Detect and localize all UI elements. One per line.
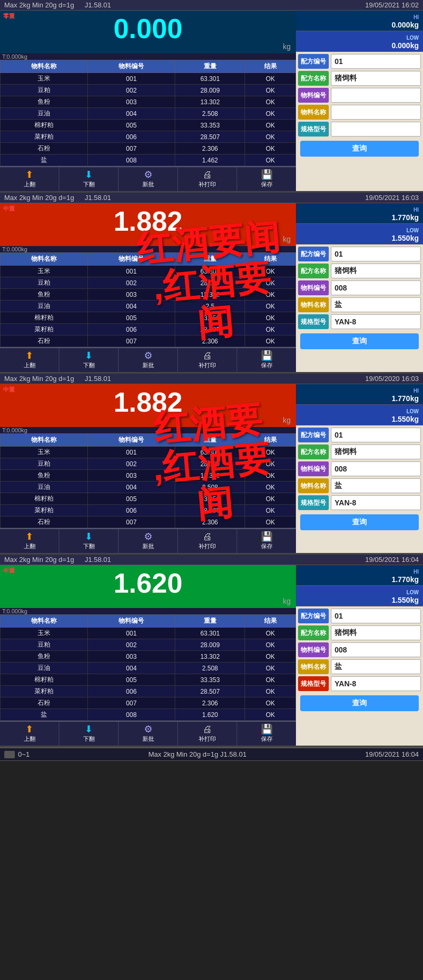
main-area: 中重 1.882 kg T:0.000kg 物料名称物料编号重量结果 bbox=[0, 203, 423, 372]
table-cell: 石粉 bbox=[1, 516, 88, 528]
info-value-2: 008 bbox=[331, 461, 421, 476]
hi-label: HI bbox=[413, 569, 419, 575]
btn-icon-save: 💾 bbox=[261, 532, 273, 541]
table-cell: 28.507 bbox=[175, 686, 245, 697]
table-cell: 13.302 bbox=[175, 96, 245, 108]
table-cell: 2.508 bbox=[175, 108, 245, 120]
table-row: 豆粕00228.009OK bbox=[1, 458, 296, 470]
btn-batch[interactable]: ⚙ 新批 bbox=[119, 348, 178, 372]
table-cell: 豆油 bbox=[1, 108, 88, 120]
table-cell: 007 bbox=[88, 335, 175, 347]
btn-save[interactable]: 💾 保存 bbox=[237, 348, 296, 372]
btn-up[interactable]: ⬆ 上翻 bbox=[0, 167, 59, 191]
table-cell: 002 bbox=[88, 639, 175, 651]
btn-batch[interactable]: ⚙ 新批 bbox=[119, 722, 178, 746]
table-cell: 28.507 bbox=[175, 505, 245, 516]
info-label-0: 配方编号 bbox=[298, 609, 329, 623]
btn-icon-up: ⬆ bbox=[25, 532, 33, 541]
info-value-4: YAN-8 bbox=[331, 314, 421, 329]
btn-label-batch: 新批 bbox=[142, 735, 154, 743]
info-value-0: 01 bbox=[331, 54, 421, 69]
table-cell: 006 bbox=[88, 131, 175, 143]
info-label-1: 配方名称 bbox=[298, 625, 329, 640]
table-cell: 28.009 bbox=[175, 85, 245, 96]
weight-value: 0.000 bbox=[3, 15, 293, 42]
table-cell: OK bbox=[245, 143, 296, 155]
table-cell: OK bbox=[245, 447, 296, 458]
weight-display: 中重 1.882 kg bbox=[0, 384, 296, 427]
btn-batch[interactable]: ⚙ 新批 bbox=[119, 529, 178, 553]
btn-print[interactable]: 🖨 补打印 bbox=[178, 529, 237, 553]
table-cell: 004 bbox=[88, 301, 175, 312]
query-button[interactable]: 查询 bbox=[300, 141, 419, 157]
btn-print[interactable]: 🖨 补打印 bbox=[178, 348, 237, 372]
btn-save[interactable]: 💾 保存 bbox=[237, 722, 296, 746]
table-cell: OK bbox=[245, 505, 296, 516]
hi-weight: HI 1.770kg bbox=[296, 565, 423, 586]
table-cell: 33.353 bbox=[175, 493, 245, 505]
status-icon bbox=[4, 751, 15, 758]
table-cell: OK bbox=[245, 289, 296, 301]
btn-print[interactable]: 🖨 补打印 bbox=[178, 167, 237, 191]
info-label-2: 物料编号 bbox=[298, 88, 329, 103]
low-label: LOW bbox=[407, 228, 419, 233]
btn-save[interactable]: 💾 保存 bbox=[237, 529, 296, 553]
low-label: LOW bbox=[407, 35, 419, 41]
weight-label: 零重 bbox=[3, 12, 15, 20]
btn-up[interactable]: ⬆ 上翻 bbox=[0, 529, 59, 553]
status-label: 0~1 bbox=[18, 750, 30, 758]
btn-down[interactable]: ⬇ 下翻 bbox=[59, 167, 119, 191]
query-button[interactable]: 查询 bbox=[300, 514, 419, 530]
spec-text: Max 2kg Min 20g d=1g bbox=[4, 375, 74, 383]
btn-down[interactable]: ⬇ 下翻 bbox=[59, 722, 119, 746]
bottom-buttons: ⬆ 上翻 ⬇ 下翻 ⚙ 新批 🖨 补打印 💾 保存 bbox=[0, 347, 296, 372]
table-cell: 006 bbox=[88, 686, 175, 697]
btn-batch[interactable]: ⚙ 新批 bbox=[119, 167, 178, 191]
header-specs: Max 2kg Min 20g d=1g J1.58.01 bbox=[4, 556, 111, 564]
btn-label-batch: 新批 bbox=[142, 361, 154, 369]
header-specs: Max 2kg Min 20g d=1g J1.58.01 bbox=[4, 194, 111, 202]
btn-label-save: 保存 bbox=[261, 735, 273, 743]
info-label-3: 物料名称 bbox=[298, 478, 329, 493]
main-area: 中重 1.882 kg T:0.000kg 物料名称物料编号重量结果 bbox=[0, 384, 423, 553]
table-cell: 008 bbox=[88, 709, 175, 721]
info-value-0: 01 bbox=[331, 428, 421, 442]
table-header: 物料名称 bbox=[1, 434, 88, 447]
btn-print[interactable]: 🖨 补打印 bbox=[178, 722, 237, 746]
table-row: 鱼粉00313.302OK bbox=[1, 651, 296, 663]
btn-down[interactable]: ⬇ 下翻 bbox=[59, 348, 119, 372]
table-cell: OK bbox=[245, 96, 296, 108]
table-cell: OK bbox=[245, 628, 296, 639]
info-row-4: 规格型号 YAN-8 bbox=[298, 676, 421, 691]
right-info: 配方编号 01 配方名称 猪饲料 物料编号 008 物料名称 盐 规格型号 YA… bbox=[296, 425, 423, 553]
btn-down[interactable]: ⬇ 下翻 bbox=[59, 529, 119, 553]
table-row: 玉米00163.301OK bbox=[1, 266, 296, 277]
screen-screen1: Max 2kg Min 20g d=1g J1.58.01 19/05/2021… bbox=[0, 0, 423, 193]
table-cell: 盐 bbox=[1, 155, 88, 166]
table-cell: 2.306 bbox=[175, 143, 245, 155]
header-bar: Max 2kg Min 20g d=1g J1.58.01 19/05/2021… bbox=[0, 0, 423, 11]
query-button[interactable]: 查询 bbox=[300, 695, 419, 711]
btn-label-print: 补打印 bbox=[199, 180, 216, 188]
table-header: 物料编号 bbox=[88, 253, 175, 266]
datetime-text: 19/05/2021 16:04 bbox=[365, 556, 419, 564]
weight-sub: T:0.000kg bbox=[0, 246, 296, 252]
weight-value: 1.882 bbox=[3, 207, 293, 235]
info-label-1: 配方名称 bbox=[298, 264, 329, 278]
table-cell: 33.353 bbox=[175, 312, 245, 324]
right-panel: HI 1.770kg LOW 1.550kg 配方编号 01 配方名称 猪饲料 … bbox=[296, 565, 423, 746]
btn-up[interactable]: ⬆ 上翻 bbox=[0, 722, 59, 746]
weight-display: 零重 0.000 kg bbox=[0, 11, 296, 53]
info-value-4 bbox=[331, 122, 421, 137]
info-row-1: 配方名称 猪饲料 bbox=[298, 444, 421, 459]
btn-save[interactable]: 💾 保存 bbox=[237, 167, 296, 191]
btn-up[interactable]: ⬆ 上翻 bbox=[0, 348, 59, 372]
data-table: 物料名称物料编号重量结果 玉米00163.301OK 豆粕00228.009OK… bbox=[0, 433, 296, 528]
query-button[interactable]: 查询 bbox=[300, 333, 419, 349]
table-cell: 004 bbox=[88, 663, 175, 674]
table-cell: 13.302 bbox=[175, 470, 245, 482]
table-cell: 003 bbox=[88, 470, 175, 482]
info-value-3: 盐 bbox=[331, 297, 421, 312]
table-cell: OK bbox=[245, 663, 296, 674]
btn-icon-print: 🖨 bbox=[203, 724, 212, 734]
